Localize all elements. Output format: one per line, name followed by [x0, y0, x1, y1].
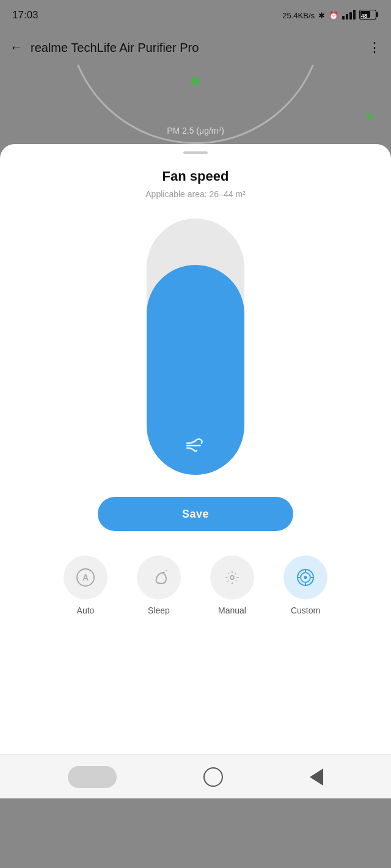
svg-rect-3 [353, 10, 356, 20]
nav-circle-icon [203, 767, 223, 787]
wind-icon [185, 435, 206, 457]
network-speed: 25.4KB/s [282, 11, 315, 20]
app-header: ← realme TechLife Air Purifier Pro ⋮ [0, 31, 391, 65]
svg-rect-1 [346, 14, 348, 20]
svg-point-14 [230, 576, 234, 579]
slider-container [0, 219, 391, 475]
save-button[interactable]: Save [98, 497, 293, 531]
mode-manual-label: Manual [218, 606, 246, 615]
mode-custom-circle [283, 555, 327, 599]
mode-sleep-circle [137, 555, 181, 599]
fan-speed-title: Fan speed [0, 168, 391, 184]
bottom-sheet: Fan speed Applicable area: 26–44 m² Save… [0, 144, 391, 754]
mode-selector: A Auto Sleep [0, 555, 391, 615]
nav-back-icon [310, 769, 323, 786]
save-button-container: Save [0, 497, 391, 531]
svg-text:48: 48 [361, 12, 367, 18]
svg-point-13 [164, 574, 166, 575]
nav-recents[interactable] [203, 767, 223, 787]
svg-text:A: A [82, 573, 89, 582]
mode-auto-circle: A [64, 555, 108, 599]
device-background: PM 2.5 (μg/m³) [0, 65, 391, 144]
mode-manual-circle [210, 555, 254, 599]
svg-point-11 [163, 572, 165, 574]
nav-home[interactable] [68, 766, 117, 788]
mode-sleep[interactable]: Sleep [128, 555, 189, 615]
svg-rect-5 [376, 12, 378, 17]
nav-back[interactable] [310, 769, 323, 786]
mode-manual[interactable]: Manual [202, 555, 263, 615]
signal-icon [342, 10, 356, 21]
pm25-label: PM 2.5 (μg/m³) [167, 126, 224, 136]
alarm-icon: ⏰ [329, 11, 338, 20]
mode-auto-label: Auto [77, 606, 95, 615]
mode-sleep-label: Sleep [148, 606, 170, 615]
sheet-handle [183, 151, 208, 154]
status-icons: 25.4KB/s ✱ ⏰ 48 [282, 10, 379, 21]
svg-point-21 [304, 576, 307, 579]
back-button[interactable]: ← [10, 40, 23, 56]
svg-rect-2 [349, 12, 352, 20]
mode-custom[interactable]: Custom [275, 555, 336, 615]
fan-slider-fill [147, 265, 244, 475]
app-title: realme TechLife Air Purifier Pro [31, 41, 360, 55]
status-time: 17:03 [12, 9, 38, 21]
green-dot-right [367, 114, 373, 120]
nav-bar [0, 754, 391, 798]
applicable-area: Applicable area: 26–44 m² [0, 189, 391, 199]
fan-speed-slider[interactable] [147, 219, 244, 475]
mode-auto[interactable]: A Auto [55, 555, 116, 615]
svg-rect-0 [342, 16, 345, 20]
nav-home-pill [68, 766, 117, 788]
bluetooth-icon: ✱ [318, 11, 325, 20]
svg-point-12 [166, 570, 167, 571]
battery-icon: 48 [359, 10, 379, 21]
more-button[interactable]: ⋮ [368, 40, 381, 56]
mode-custom-label: Custom [291, 606, 320, 615]
status-bar: 17:03 25.4KB/s ✱ ⏰ 48 [0, 0, 391, 31]
